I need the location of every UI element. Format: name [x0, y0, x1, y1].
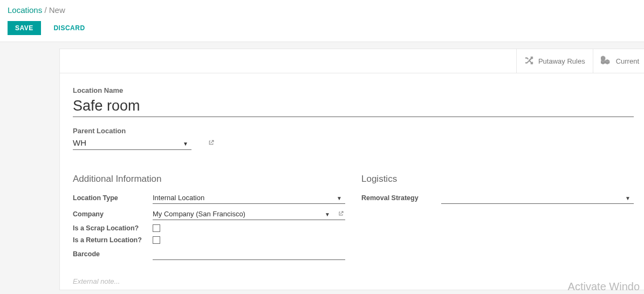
- barcode-label: Barcode: [73, 250, 153, 258]
- location-type-label: Location Type: [73, 194, 153, 202]
- putaway-rules-label: Putaway Rules: [538, 57, 585, 65]
- return-location-label: Is a Return Location?: [73, 236, 153, 244]
- barcode-input[interactable]: [153, 248, 345, 260]
- company-select[interactable]: [153, 208, 345, 220]
- current-stock-button[interactable]: Current: [593, 49, 644, 73]
- card-body: Location Name Parent Location ▼ Addition…: [60, 73, 644, 290]
- removal-strategy-select[interactable]: [441, 192, 634, 204]
- parent-location-input[interactable]: [73, 137, 191, 150]
- location-name-input[interactable]: [73, 97, 634, 117]
- discard-button[interactable]: DISCARD: [50, 24, 88, 32]
- external-link-icon[interactable]: [208, 139, 215, 148]
- boxes-icon: [601, 56, 612, 67]
- top-bar: Locations / New SAVE DISCARD: [0, 0, 644, 42]
- shuffle-icon: [524, 56, 534, 67]
- external-link-icon[interactable]: [338, 210, 344, 218]
- save-button[interactable]: SAVE: [8, 21, 41, 35]
- logistics-title: Logistics: [361, 174, 634, 184]
- removal-strategy-label: Removal Strategy: [361, 194, 441, 202]
- return-location-checkbox[interactable]: [153, 236, 160, 244]
- breadcrumb: Locations / New: [8, 5, 636, 15]
- breadcrumb-separator: /: [44, 5, 46, 15]
- location-name-label: Location Name: [73, 86, 634, 94]
- company-label: Company: [73, 210, 153, 218]
- putaway-rules-button[interactable]: Putaway Rules: [516, 49, 593, 73]
- parent-location-label: Parent Location: [73, 127, 634, 135]
- additional-info-section: Additional Information Location Type ▼ C…: [73, 174, 345, 264]
- stat-button-bar: Putaway Rules Current: [60, 49, 644, 73]
- logistics-section: Logistics Removal Strategy ▼: [361, 174, 634, 264]
- scrap-location-checkbox[interactable]: [153, 224, 160, 232]
- form-card: Putaway Rules Current Location Name Pare…: [59, 49, 644, 290]
- breadcrumb-root[interactable]: Locations: [8, 5, 42, 15]
- parent-location-block: Parent Location ▼: [73, 127, 634, 150]
- external-note-input[interactable]: External note...: [73, 277, 634, 285]
- additional-info-title: Additional Information: [73, 174, 345, 184]
- action-bar: SAVE DISCARD: [8, 21, 636, 35]
- scrap-location-label: Is a Scrap Location?: [73, 224, 153, 232]
- current-stock-label: Current: [616, 57, 639, 65]
- location-type-select[interactable]: [153, 192, 345, 204]
- breadcrumb-current: New: [49, 5, 65, 15]
